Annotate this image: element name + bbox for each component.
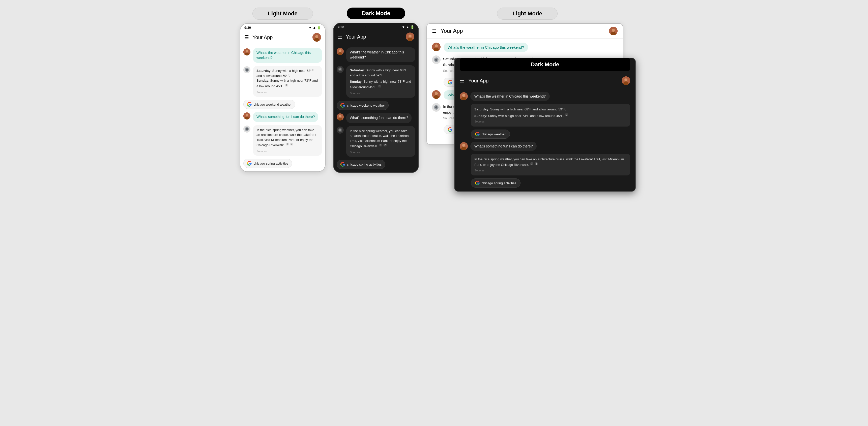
user-msg-2-light: What's something fun I can do there?: [243, 112, 322, 122]
overlay-user-2: What's something fun I can do there?: [460, 142, 630, 151]
svg-point-33: [435, 59, 437, 61]
dark-overlay-chat: What's the weather in Chicago this weeke…: [455, 88, 635, 191]
light-mode-pill-1: Light Mode: [252, 7, 313, 20]
user-msg-2-dark: What's something fun I can do there?: [337, 113, 415, 123]
svg-point-46: [462, 144, 465, 147]
ai-avatar-1-dark: [337, 66, 344, 73]
tablet-user-avatar-1: [432, 43, 440, 51]
svg-point-38: [435, 106, 437, 108]
svg-point-1: [315, 35, 318, 38]
dark-overlay-header: ☰ Your App: [455, 73, 635, 88]
ai-bubble-1-dark: Saturday: Sunny with a high near 68°F an…: [346, 65, 415, 98]
user-avatar-1-light: [243, 48, 250, 56]
ai-avatar-2-light: [243, 126, 250, 133]
dark-overlay-panel: Dark Mode ☰ Your App: [454, 58, 636, 192]
app-title-overlay: Your App: [468, 78, 618, 84]
chip-1-dark-row: chicago weekend weather: [337, 101, 415, 110]
avatar-light[interactable]: [312, 33, 321, 42]
overlay-user-bubble-2: What's something fun I can do there?: [470, 142, 537, 151]
sources-2-light: Sources: [256, 149, 318, 154]
svg-point-7: [246, 69, 248, 71]
overlay-chip-1[interactable]: chicago weather: [471, 130, 510, 139]
tablet-ai-avatar-1: [432, 56, 440, 64]
user-bubble-2-light: What's something fun I can do there?: [253, 112, 318, 122]
status-icons-light: ▼ ▲ 🔋: [308, 26, 321, 30]
overlay-chip-1-row: chicago weather: [460, 130, 630, 139]
user-avatar-2-dark: [337, 113, 344, 121]
ai-bubble-2-dark: In the nice spring weather, you can take…: [346, 126, 415, 157]
overlay-chip-2-text: chicago spring activities: [482, 181, 516, 185]
ai-avatar-1-light: [243, 66, 250, 73]
phone-light-frame: 9:30 ▼ ▲ 🔋 ☰ Your App: [240, 23, 326, 172]
chip-2-dark-text: chicago spring activities: [347, 163, 381, 166]
user-msg-1-light: What's the weather in Chicago this weeke…: [243, 48, 322, 63]
user-bubble-1-light: What's the weather in Chicago this weeke…: [253, 48, 322, 63]
dark-mode-pill-phone: Dark Mode: [347, 7, 405, 19]
svg-point-4: [246, 50, 248, 53]
ai-bubble-1-light: Saturday: Sunny with a high near 68°F an…: [253, 66, 322, 97]
app-title-tablet-light: Your App: [440, 28, 605, 34]
user-bubble-2-dark: What's something fun I can do there?: [346, 113, 411, 123]
svg-point-27: [612, 29, 615, 32]
wifi-icon: ▼: [308, 26, 312, 30]
tablet-header-light: ☰ Your App: [427, 24, 623, 39]
tablet-user-avatar-2: [432, 90, 440, 99]
avatar-tablet-light[interactable]: [609, 27, 618, 35]
user-avatar-2-light: [243, 112, 250, 120]
ai-msg-2-dark: In the nice spring weather, you can take…: [337, 126, 415, 157]
ai-bubble-2-light: In the nice spring weather, you can take…: [253, 125, 322, 156]
svg-point-9: [246, 114, 248, 117]
hamburger-icon-overlay[interactable]: ☰: [460, 78, 464, 84]
overlay-user-avatar-1: [460, 92, 468, 100]
ai-msg-2-light: In the nice spring weather, you can take…: [243, 125, 322, 156]
tablet-user-1: What's the weather in Chicago this weeke…: [432, 43, 618, 52]
battery-icon: 🔋: [317, 26, 321, 30]
phone-dark-column: Dark Mode 9:30 ▼ ▲ 🔋 ☰ Your App: [333, 7, 419, 173]
svg-point-20: [339, 68, 341, 70]
overlay-ai-bubble-2: In the nice spring weather, you can take…: [471, 154, 630, 175]
ai-avatar-2-dark: [337, 127, 344, 134]
light-mode-label-tablet: Light Mode: [427, 7, 628, 20]
avatar-dark[interactable]: [406, 33, 414, 41]
hamburger-icon-tablet-light[interactable]: ☰: [432, 28, 436, 34]
svg-point-22: [339, 115, 341, 118]
overlay-user-1: What's the weather in Chicago this weeke…: [460, 92, 630, 101]
overlay-sources-1: Sources: [474, 120, 627, 124]
app-header-dark: ☰ Your App: [334, 30, 418, 44]
sources-1-dark: Sources: [350, 91, 412, 96]
status-icons-dark: ▼ ▲ 🔋: [402, 25, 414, 29]
chip-2-light[interactable]: chicago spring activities: [243, 159, 292, 168]
chip-2-dark-row: chicago spring activities: [337, 160, 415, 169]
status-bar-light: 9:30 ▼ ▲ 🔋: [240, 24, 325, 31]
svg-point-12: [246, 128, 248, 130]
tablet-ai-avatar-2: [432, 103, 440, 112]
battery-icon-dark: 🔋: [410, 25, 414, 29]
overlay-sources-2: Sources: [474, 168, 627, 173]
hamburger-icon-dark[interactable]: ☰: [338, 34, 342, 40]
chip-1-light-row: chicago weekend weather: [243, 100, 322, 109]
wifi-icon-dark: ▼: [402, 25, 405, 29]
overlay-chip-1-text: chicago weather: [482, 132, 506, 136]
phone-dark-frame: 9:30 ▼ ▲ 🔋 ☰ Your App: [333, 23, 419, 173]
light-mode-label-1: Light Mode: [240, 7, 326, 20]
status-bar-dark: 9:30 ▼ ▲ 🔋: [334, 23, 418, 30]
user-avatar-1-dark: [337, 48, 344, 55]
chip-1-dark[interactable]: chicago weekend weather: [337, 101, 389, 110]
svg-point-25: [339, 129, 341, 131]
app-header-light: ☰ Your App: [240, 31, 325, 44]
chip-2-dark[interactable]: chicago spring activities: [337, 160, 385, 169]
sources-2-dark: Sources: [350, 150, 412, 155]
avatar-overlay[interactable]: [622, 76, 630, 85]
tablet-column: Light Mode ☰ Your App: [427, 7, 628, 184]
overlay-chip-2[interactable]: chicago spring activities: [471, 178, 521, 188]
user-bubble-1-dark: What's the weather in Chicago this weeke…: [346, 47, 415, 62]
overlay-user-avatar-2: [460, 142, 468, 150]
hamburger-icon-light[interactable]: ☰: [244, 34, 249, 40]
chip-1-light[interactable]: chicago weekend weather: [243, 100, 295, 109]
svg-point-35: [435, 92, 438, 95]
svg-point-40: [624, 78, 627, 81]
sources-1-light: Sources: [256, 90, 318, 95]
ai-msg-1-dark: Saturday: Sunny with a high near 68°F an…: [337, 65, 415, 98]
chip-2-light-row: chicago spring activities: [243, 159, 322, 168]
app-title-light: Your App: [252, 35, 309, 40]
